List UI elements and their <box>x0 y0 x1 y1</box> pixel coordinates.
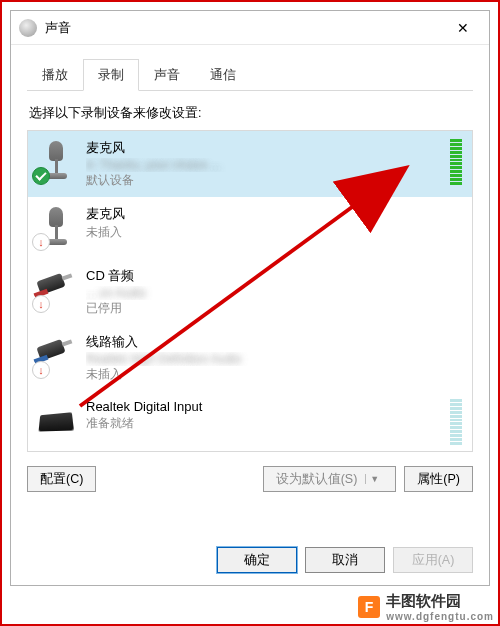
device-row-microphone-unplugged[interactable]: 麦克风 未插入 <box>28 197 472 259</box>
sound-dialog: 声音 ✕ 播放 录制 声音 通信 选择以下录制设备来修改设置: 麦克风 4- T… <box>10 10 490 586</box>
level-meter <box>450 399 462 445</box>
tab-playback[interactable]: 播放 <box>27 59 83 91</box>
device-subtitle: 4- Thanks, your choice ... <box>86 158 442 172</box>
set-default-label: 设为默认值(S) <box>276 471 358 488</box>
watermark-url: www.dgfengtu.com <box>386 611 494 622</box>
status-unplugged-icon <box>32 233 50 251</box>
device-status: 已停用 <box>86 300 462 317</box>
dialog-body: 播放 录制 声音 通信 选择以下录制设备来修改设置: 麦克风 4- Thanks… <box>11 45 489 504</box>
device-name: 线路输入 <box>86 333 462 351</box>
microphone-icon <box>34 205 78 249</box>
tab-recording[interactable]: 录制 <box>83 59 139 91</box>
cancel-button[interactable]: 取消 <box>305 547 385 573</box>
bottom-buttons: 配置(C) 设为默认值(S) ▼ 属性(P) <box>27 466 473 492</box>
chevron-down-icon: ▼ <box>365 474 383 484</box>
watermark: F 丰图软件园 www.dgfengtu.com <box>358 592 494 622</box>
properties-button[interactable]: 属性(P) <box>404 466 473 492</box>
device-info: 麦克风 未插入 <box>86 205 462 241</box>
dialog-footer: 确定 取消 应用(A) <box>217 547 473 573</box>
watermark-name: 丰图软件园 <box>386 592 461 609</box>
box-icon <box>34 399 78 443</box>
device-row-cd-audio[interactable]: CD 音频 ... on Audio 已停用 <box>28 259 472 325</box>
status-check-icon <box>32 167 50 185</box>
tab-sounds[interactable]: 声音 <box>139 59 195 91</box>
device-info: CD 音频 ... on Audio 已停用 <box>86 267 462 317</box>
device-name: 麦克风 <box>86 205 462 223</box>
set-default-button[interactable]: 设为默认值(S) ▼ <box>263 466 397 492</box>
jack-icon <box>34 333 78 377</box>
tab-bar: 播放 录制 声音 通信 <box>27 59 473 91</box>
watermark-badge: F <box>358 596 380 618</box>
device-subtitle: ... on Audio <box>86 286 462 300</box>
close-button[interactable]: ✕ <box>441 12 485 44</box>
device-info: 线路输入 Realtek High Definition Audio 未插入 <box>86 333 462 383</box>
ok-button[interactable]: 确定 <box>217 547 297 573</box>
device-status: 未插入 <box>86 224 462 241</box>
status-unplugged-icon <box>32 361 50 379</box>
device-info: Realtek Digital Input 准备就绪 <box>86 399 442 432</box>
device-name: Realtek Digital Input <box>86 399 442 414</box>
device-status: 默认设备 <box>86 172 442 189</box>
device-subtitle: Realtek High Definition Audio <box>86 352 462 366</box>
close-icon: ✕ <box>457 20 469 36</box>
dialog-title: 声音 <box>45 19 441 37</box>
device-info: 麦克风 4- Thanks, your choice ... 默认设备 <box>86 139 442 189</box>
tab-communications[interactable]: 通信 <box>195 59 251 91</box>
device-row-microphone-default[interactable]: 麦克风 4- Thanks, your choice ... 默认设备 <box>28 131 472 197</box>
apply-button[interactable]: 应用(A) <box>393 547 473 573</box>
titlebar: 声音 ✕ <box>11 11 489 45</box>
device-row-line-in[interactable]: 线路输入 Realtek High Definition Audio 未插入 <box>28 325 472 391</box>
jack-icon <box>34 267 78 311</box>
microphone-icon <box>34 139 78 183</box>
status-disabled-icon <box>32 295 50 313</box>
device-status: 准备就绪 <box>86 415 442 432</box>
level-meter <box>450 139 462 185</box>
device-name: 麦克风 <box>86 139 442 157</box>
sound-icon <box>19 19 37 37</box>
device-name: CD 音频 <box>86 267 462 285</box>
configure-button[interactable]: 配置(C) <box>27 466 96 492</box>
device-row-digital-input[interactable]: Realtek Digital Input 准备就绪 <box>28 391 472 452</box>
instruction-text: 选择以下录制设备来修改设置: <box>29 105 471 122</box>
device-status: 未插入 <box>86 366 462 383</box>
device-list[interactable]: 麦克风 4- Thanks, your choice ... 默认设备 麦克风 … <box>27 130 473 452</box>
